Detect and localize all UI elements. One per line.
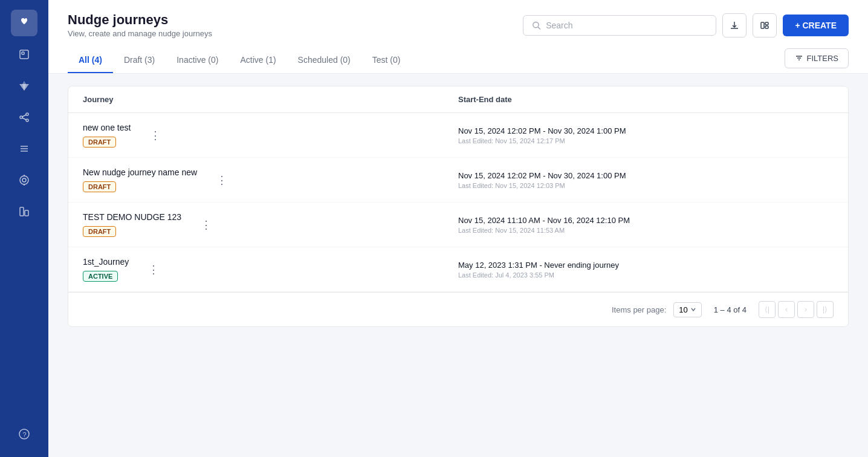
next-page-button[interactable]: › — [797, 301, 814, 318]
status-badge: DRAFT — [83, 226, 116, 237]
title-section: Nudge journeys View, create and manage n… — [68, 12, 212, 38]
journey-info: 1st_Journey ACTIVE — [83, 257, 129, 282]
status-badge: ACTIVE — [83, 271, 118, 282]
status-badge: DRAFT — [83, 181, 116, 192]
search-box[interactable] — [523, 15, 716, 36]
download-icon — [730, 21, 739, 30]
download-button[interactable] — [722, 13, 747, 37]
filters-label: FILTERS — [807, 54, 839, 63]
first-page-button[interactable]: ⟨| — [759, 301, 776, 318]
date-cell: Nov 15, 2024 11:10 AM - Nov 16, 2024 12:… — [458, 216, 834, 234]
svg-point-2 — [26, 113, 28, 115]
tab-draft[interactable]: Draft (3) — [113, 48, 166, 73]
svg-line-5 — [22, 115, 26, 117]
table-row: TEST DEMO NUDGE 123 DRAFT ⋮ Nov 15, 2024… — [68, 203, 848, 247]
chevron-down-icon — [690, 306, 696, 313]
header-actions: + CREATE — [523, 13, 849, 37]
journey-cell: TEST DEMO NUDGE 123 DRAFT ⋮ — [83, 212, 458, 237]
page-subtitle: View, create and manage nudge journeys — [68, 29, 212, 38]
page-title: Nudge journeys — [68, 12, 212, 28]
date-range: Nov 15, 2024 12:02 PM - Nov 30, 2024 1:0… — [458, 171, 834, 180]
more-options-button[interactable]: ⋮ — [143, 261, 164, 279]
journey-cell: New nudge journey name new DRAFT ⋮ — [83, 167, 458, 192]
apple-icon[interactable] — [11, 10, 37, 36]
last-edited: Last Edited: Jul 4, 2023 3:55 PM — [458, 271, 834, 279]
last-edited: Last Edited: Nov 15, 2024 12:17 PM — [458, 137, 834, 144]
pagination-range: 1 – 4 of 4 — [714, 305, 747, 314]
tab-inactive[interactable]: Inactive (0) — [166, 48, 229, 73]
svg-point-10 — [20, 176, 28, 184]
prev-page-button[interactable]: ‹ — [778, 301, 795, 318]
journey-cell: 1st_Journey ACTIVE ⋮ — [83, 257, 458, 282]
layout-button[interactable] — [753, 13, 777, 37]
svg-point-18 — [533, 22, 539, 27]
svg-rect-14 — [20, 207, 24, 216]
date-cell: May 12, 2023 1:31 PM - Never ending jour… — [458, 261, 834, 279]
journey-info: New nudge journey name new DRAFT — [83, 167, 197, 192]
table-row: 1st_Journey ACTIVE ⋮ May 12, 2023 1:31 P… — [68, 247, 848, 292]
svg-text:?: ? — [23, 431, 27, 438]
tab-test[interactable]: Test (0) — [361, 48, 412, 73]
column-date: Start-End date — [458, 95, 834, 104]
items-per-page-label: Items per page: — [612, 305, 666, 314]
journey-name: 1st_Journey — [83, 257, 129, 267]
more-options-button[interactable]: ⋮ — [145, 126, 166, 144]
date-cell: Nov 15, 2024 12:02 PM - Nov 30, 2024 1:0… — [458, 171, 834, 189]
journey-table: Journey Start-End date new one test DRAF… — [68, 86, 849, 327]
journey-info: new one test DRAFT — [83, 123, 131, 147]
journey-name: New nudge journey name new — [83, 167, 197, 177]
table-row: New nudge journey name new DRAFT ⋮ Nov 1… — [68, 158, 848, 203]
share-icon[interactable] — [11, 104, 37, 131]
layout-icon — [760, 21, 769, 30]
status-badge: DRAFT — [83, 137, 116, 147]
search-input[interactable] — [546, 21, 707, 30]
diamond-icon[interactable] — [11, 73, 37, 99]
svg-rect-21 — [765, 22, 768, 25]
filter-icon — [795, 54, 803, 62]
create-button[interactable]: + CREATE — [783, 15, 849, 36]
svg-rect-20 — [761, 22, 764, 28]
filters-button[interactable]: FILTERS — [785, 48, 849, 68]
column-journey: Journey — [83, 95, 458, 104]
pagination-nav: ⟨| ‹ › |⟩ — [759, 301, 834, 318]
last-edited: Last Edited: Nov 15, 2024 11:53 AM — [458, 227, 834, 234]
table-header: Journey Start-End date — [68, 86, 848, 113]
last-page-button[interactable]: |⟩ — [817, 301, 834, 318]
svg-rect-22 — [765, 26, 768, 28]
target-icon[interactable] — [11, 167, 37, 193]
svg-point-11 — [22, 178, 26, 182]
table-row: new one test DRAFT ⋮ Nov 15, 2024 12:02 … — [68, 113, 848, 158]
sidebar: ? — [0, 0, 48, 457]
svg-point-3 — [20, 116, 22, 118]
tabs-left: All (4) Draft (3) Inactive (0) Active (1… — [68, 48, 411, 73]
help-icon[interactable]: ? — [11, 421, 37, 447]
journey-cell: new one test DRAFT ⋮ — [83, 123, 458, 147]
pagination: Items per page: 10 1 – 4 of 4 ⟨| ‹ › |⟩ — [68, 292, 848, 326]
content-area: Journey Start-End date new one test DRAF… — [48, 74, 868, 457]
chart-icon[interactable] — [11, 198, 37, 225]
tabs-bar: All (4) Draft (3) Inactive (0) Active (1… — [68, 48, 849, 73]
per-page-select[interactable]: 10 — [673, 302, 701, 317]
svg-point-4 — [26, 119, 28, 122]
search-icon — [532, 21, 541, 30]
last-edited: Last Edited: Nov 15, 2024 12:03 PM — [458, 182, 834, 189]
journey-name: TEST DEMO NUDGE 123 — [83, 212, 181, 222]
more-options-button[interactable]: ⋮ — [212, 171, 232, 189]
per-page-value: 10 — [679, 305, 687, 314]
date-range: Nov 15, 2024 11:10 AM - Nov 16, 2024 12:… — [458, 216, 834, 225]
more-options-button[interactable]: ⋮ — [196, 216, 216, 234]
svg-rect-15 — [25, 210, 28, 216]
svg-line-19 — [539, 27, 541, 29]
date-range: Nov 15, 2024 12:02 PM - Nov 30, 2024 1:0… — [458, 126, 834, 135]
date-range: May 12, 2023 1:31 PM - Never ending jour… — [458, 261, 834, 270]
list-icon[interactable] — [11, 135, 37, 162]
journey-info: TEST DEMO NUDGE 123 DRAFT — [83, 212, 181, 237]
svg-line-6 — [22, 118, 26, 120]
tab-all[interactable]: All (4) — [68, 48, 113, 73]
date-cell: Nov 15, 2024 12:02 PM - Nov 30, 2024 1:0… — [458, 126, 834, 144]
box-icon[interactable] — [11, 41, 37, 68]
svg-rect-1 — [22, 52, 24, 54]
tab-scheduled[interactable]: Scheduled (0) — [287, 48, 361, 73]
journey-name: new one test — [83, 123, 131, 132]
tab-active[interactable]: Active (1) — [229, 48, 287, 73]
